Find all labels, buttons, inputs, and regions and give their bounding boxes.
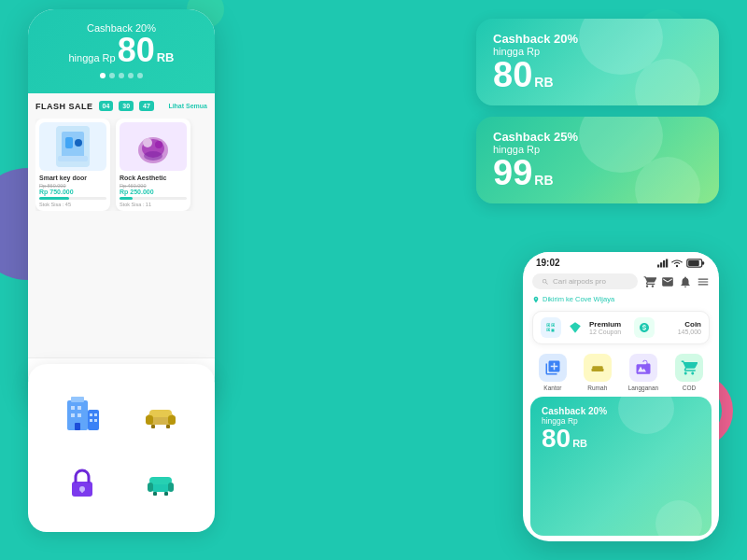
svg-rect-34 — [168, 483, 174, 492]
cat-kantor-label: Kantor — [543, 385, 561, 391]
svg-rect-36 — [164, 492, 168, 496]
svg-rect-35 — [153, 492, 157, 496]
phone-left-header: Cashback 20% hingga Rp 80 RB — [28, 9, 215, 93]
flash-sale-row: FLASH SALE 04 30 47 Lihat Semua — [35, 101, 207, 111]
phone-right-search-bar[interactable]: Cari airpods pro — [523, 270, 719, 293]
stock-bar-2 — [120, 197, 187, 200]
cashback-card-1[interactable]: Cashback 20% hingga Rp 80 RB — [476, 19, 719, 105]
cashback-card-2[interactable]: Cashback 25% hingga Rp 99 RB — [476, 117, 719, 203]
coin-value: 145,000 — [678, 329, 701, 335]
svg-rect-37 — [657, 264, 659, 267]
qr-icon-box — [541, 317, 561, 338]
product-card-2[interactable]: Rock Aesthetic Rp 460.000 Rp 250.000 Sto… — [116, 119, 190, 211]
flash-sale-label: FLASH SALE — [35, 102, 93, 111]
cashback-amount-row-2: 99 RB — [493, 155, 702, 190]
product-image-2 — [120, 122, 187, 171]
timer-minutes: 30 — [119, 101, 134, 111]
mail-icon[interactable] — [661, 275, 674, 288]
product-price-2: Rp 250.000 — [120, 189, 187, 195]
phone-left: Cashback 20% hingga Rp 80 RB FLASH SALE … — [28, 9, 215, 401]
status-time: 19:02 — [536, 258, 560, 268]
svg-rect-16 — [88, 410, 99, 430]
products-row: Smart key door Rp 860.000 Rp 750.000 Sto… — [35, 119, 207, 211]
delivery-row: Dikirim ke Cove Wijaya — [523, 293, 719, 307]
phone-left-hingga: hingga Rp — [69, 52, 116, 63]
banner-cashback-title: Cashback 20% — [542, 406, 700, 416]
cat-kantor[interactable]: Kantor — [539, 354, 567, 391]
cat-langganan[interactable]: Langganan — [628, 354, 659, 391]
cashback-big-1: 80 — [493, 57, 532, 92]
coin-icon-box — [634, 317, 655, 338]
phone-right-status-bar: 19:02 — [523, 252, 719, 270]
cat-rumah[interactable]: Rumah — [584, 354, 612, 391]
category-row: Kantor Rumah Langganan COD — [523, 348, 719, 397]
phone-left-dots — [39, 73, 204, 84]
cat-cod-label: COD — [683, 385, 696, 391]
coin-label: Coin — [678, 320, 701, 329]
svg-rect-25 — [168, 415, 176, 425]
svg-rect-13 — [78, 406, 81, 410]
svg-rect-48 — [600, 369, 603, 371]
icon-building-item — [43, 379, 121, 448]
banner-amount-row: 80 RB — [542, 426, 700, 452]
stock-bar-fill-2 — [120, 197, 133, 200]
dot-4 — [128, 73, 134, 78]
svg-rect-14 — [71, 413, 75, 417]
product-stock-1: Stok Sisa : 45 — [39, 202, 106, 207]
svg-rect-43 — [688, 260, 699, 266]
product-image-1 — [39, 122, 106, 171]
product-price-1: Rp 750.000 — [39, 189, 106, 195]
search-action-icons — [643, 275, 710, 288]
dot-2 — [109, 73, 115, 78]
product-stock-2: Stok Sisa : 11 — [120, 202, 187, 207]
svg-rect-46 — [592, 366, 602, 369]
phone-right: 19:02 Cari airpods pro Dikirim ke Cove W… — [523, 252, 719, 541]
product-card-1[interactable]: Smart key door Rp 860.000 Rp 750.000 Sto… — [35, 119, 110, 211]
stock-bar-1 — [39, 197, 106, 200]
svg-rect-11 — [71, 397, 84, 402]
banner-big-amount: 80 — [542, 426, 571, 452]
svg-rect-15 — [78, 413, 81, 417]
svg-rect-24 — [146, 415, 153, 425]
cart-icon[interactable] — [643, 275, 656, 288]
svg-point-41 — [676, 264, 678, 266]
product-name-2: Rock Aesthetic — [120, 175, 187, 181]
premium-row: Premium 12 Coupon Coin 145,000 — [532, 311, 710, 344]
cashback-rb-2: RB — [534, 173, 553, 188]
dot-5 — [137, 73, 143, 78]
banner-rb: RB — [572, 438, 587, 449]
svg-rect-2 — [65, 137, 73, 148]
phone-right-banner: Cashback 20% hingga Rp 80 RB — [530, 397, 712, 536]
svg-rect-19 — [90, 419, 92, 422]
menu-icon[interactable] — [697, 275, 710, 288]
svg-point-7 — [143, 138, 152, 147]
svg-rect-20 — [94, 419, 97, 422]
svg-rect-27 — [166, 425, 170, 428]
delivery-text: Dikirim ke Cove Wijaya — [543, 295, 614, 303]
svg-rect-38 — [660, 262, 662, 267]
banner-blob-2 — [655, 500, 702, 536]
timer-hours: 04 — [99, 101, 114, 111]
lihat-semua-link[interactable]: Lihat Semua — [168, 103, 207, 109]
svg-rect-44 — [702, 261, 705, 264]
cashback-amount-row-1: 80 RB — [493, 57, 702, 92]
premium-info: Premium 12 Coupon — [589, 320, 621, 335]
cat-langganan-icon — [629, 354, 657, 382]
icon-armchair-item — [121, 448, 200, 517]
svg-rect-47 — [591, 369, 594, 371]
svg-point-3 — [75, 139, 82, 147]
search-input[interactable]: Cari airpods pro — [532, 273, 638, 289]
premium-sub: 12 Coupon — [589, 329, 621, 335]
cat-cod[interactable]: COD — [675, 354, 703, 391]
icons-card — [28, 364, 215, 532]
cat-kantor-icon — [539, 354, 567, 382]
bell-icon[interactable] — [679, 275, 692, 288]
svg-rect-12 — [71, 406, 75, 410]
premium-label: Premium — [589, 320, 621, 329]
svg-rect-4 — [58, 156, 88, 161]
cashback-title-2: Cashback 25% — [493, 130, 702, 144]
svg-rect-40 — [666, 259, 668, 267]
cat-rumah-label: Rumah — [587, 385, 607, 391]
svg-point-9 — [144, 151, 162, 161]
product-name-1: Smart key door — [39, 175, 106, 181]
